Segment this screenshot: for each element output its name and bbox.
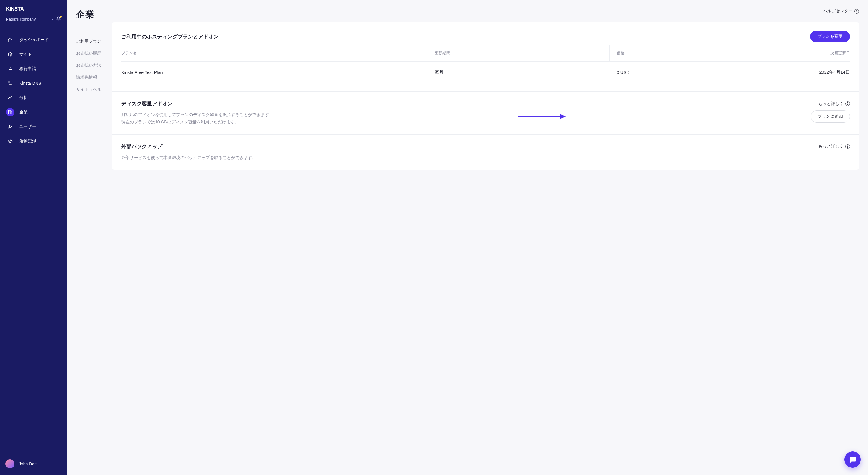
svg-point-2 xyxy=(11,84,12,85)
nav-label: Kinsta DNS xyxy=(19,81,41,86)
eye-icon xyxy=(6,137,14,145)
avatar xyxy=(5,459,14,468)
svg-point-5 xyxy=(9,125,10,126)
nav-item-sites[interactable]: サイト xyxy=(0,48,67,61)
analytics-icon xyxy=(6,94,14,102)
nav-item-dns[interactable]: Kinsta DNS xyxy=(0,76,67,90)
section-title-disk: ディスク容量アドオン xyxy=(121,100,173,107)
transfer-icon xyxy=(6,65,14,73)
chevron-up-icon: ⌃ xyxy=(58,462,61,466)
plan-card: ご利用中のホスティングプランとアドオン プランを変更 プラン名 更新期間 価格 … xyxy=(112,22,859,170)
notifications-bell-icon[interactable] xyxy=(56,16,61,22)
cell-price: 0 USD xyxy=(610,62,734,83)
section-title-plan: ご利用中のホスティングプランとアドオン xyxy=(121,33,219,40)
col-plan: プラン名 xyxy=(121,45,427,62)
cell-period: 毎月 xyxy=(427,62,610,83)
nav-item-dashboard[interactable]: ダッシュボード xyxy=(0,33,67,47)
users-icon xyxy=(6,122,14,131)
nav-item-users[interactable]: ユーザー xyxy=(0,120,67,134)
nav-label: 移行申請 xyxy=(19,66,36,71)
svg-point-1 xyxy=(9,82,10,83)
backup-more-link[interactable]: もっと詳しく ? xyxy=(818,144,850,149)
subnav-item-history[interactable]: お支払い履歴 xyxy=(76,48,105,59)
layers-icon xyxy=(6,50,14,59)
svg-point-6 xyxy=(10,141,11,142)
help-center-link[interactable]: ヘルプセンター xyxy=(823,8,852,14)
col-renewal: 次回更新日 xyxy=(733,45,850,62)
user-menu[interactable]: John Doe ⌃ xyxy=(0,455,67,475)
primary-nav: ダッシュボード サイト 移行申請 Kinsta DNS 分析 企業 xyxy=(0,27,67,148)
col-price: 価格 xyxy=(610,45,734,62)
help-icon: ? xyxy=(845,144,850,149)
disk-addon-section: ディスク容量アドオン もっと詳しく ? 月払いのアドオンを使用してプランのディス… xyxy=(112,91,859,134)
add-to-plan-button[interactable]: プランに追加 xyxy=(811,111,850,122)
brand-logo[interactable]: KINSTA xyxy=(0,0,67,16)
nav-item-migrations[interactable]: 移行申請 xyxy=(0,62,67,76)
company-icon xyxy=(6,108,14,117)
subnav-item-payment[interactable]: お支払い方法 xyxy=(76,59,105,71)
page-title: 企業 xyxy=(76,8,105,21)
home-icon xyxy=(6,36,14,44)
cell-renewal: 2022年4月14日 xyxy=(733,62,850,83)
notification-dot-icon xyxy=(60,16,62,18)
change-plan-button[interactable]: プランを変更 xyxy=(810,31,850,42)
section-title-backup: 外部バックアップ xyxy=(121,143,162,150)
nav-label: 企業 xyxy=(19,110,28,115)
sidebar: KINSTA Patrik's company ▾ ダッシュボード サイト 移行… xyxy=(0,0,67,475)
company-selector[interactable]: Patrik's company xyxy=(6,17,50,22)
nav-label: ユーザー xyxy=(19,124,36,129)
help-icon[interactable]: ? xyxy=(855,9,859,13)
subnav: 企業 ご利用プラン お支払い履歴 お支払い方法 請求先情報 サイトラベル xyxy=(67,0,109,475)
nav-label: 分析 xyxy=(19,95,28,100)
nav-item-company[interactable]: 企業 xyxy=(0,105,67,119)
arrow-annotation-icon xyxy=(518,114,566,119)
nav-item-analytics[interactable]: 分析 xyxy=(0,91,67,105)
disk-description: 月払いのアドオンを使用してプランのディスク容量を拡張することができます。 現在の… xyxy=(121,111,273,126)
more-label: もっと詳しく xyxy=(818,101,843,107)
backup-description: 外部サービスを使って本番環境のバックアップを取ることができます。 xyxy=(121,154,850,161)
more-label: もっと詳しく xyxy=(818,144,843,149)
help-icon: ? xyxy=(845,101,850,106)
svg-text:KINSTA: KINSTA xyxy=(6,6,24,12)
chat-icon xyxy=(849,456,857,464)
subnav-item-billing[interactable]: 請求先情報 xyxy=(76,71,105,84)
disk-more-link[interactable]: もっと詳しく ? xyxy=(818,101,850,107)
hosting-plan-section: ご利用中のホスティングプランとアドオン プランを変更 プラン名 更新期間 価格 … xyxy=(112,22,859,91)
subnav-item-plan[interactable]: ご利用プラン xyxy=(76,35,105,48)
svg-rect-4 xyxy=(10,112,12,114)
user-name: John Doe xyxy=(19,462,37,466)
dns-icon xyxy=(6,79,14,88)
nav-label: ダッシュボード xyxy=(19,37,49,42)
chevron-down-icon[interactable]: ▾ xyxy=(50,18,56,21)
main-content: ヘルプセンター ? ご利用中のホスティングプランとアドオン プランを変更 プラン… xyxy=(109,0,868,475)
nav-label: 活動記録 xyxy=(19,139,36,144)
plan-table: プラン名 更新期間 価格 次回更新日 Kinsta Free Test Plan… xyxy=(121,45,850,83)
external-backup-section: 外部バックアップ もっと詳しく ? 外部サービスを使って本番環境のバックアップを… xyxy=(112,134,859,170)
nav-item-activity[interactable]: 活動記録 xyxy=(0,134,67,148)
nav-label: サイト xyxy=(19,52,32,57)
subnav-item-labels[interactable]: サイトラベル xyxy=(76,84,105,96)
col-period: 更新期間 xyxy=(427,45,610,62)
chat-fab[interactable] xyxy=(844,451,861,468)
svg-marker-8 xyxy=(560,114,566,119)
cell-plan: Kinsta Free Test Plan xyxy=(121,62,427,83)
table-row: Kinsta Free Test Plan 毎月 0 USD 2022年4月14… xyxy=(121,62,850,83)
